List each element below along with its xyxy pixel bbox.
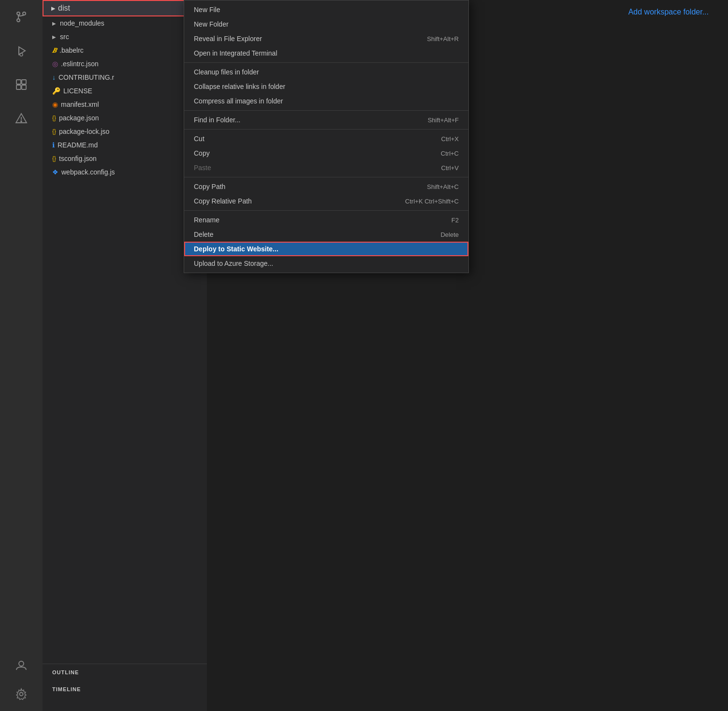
activity-bar-bottom (0, 653, 43, 706)
menu-item-collapse-links[interactable]: Collapse relative links in folder (184, 79, 468, 94)
svg-point-13 (19, 661, 24, 666)
menu-separator (184, 129, 468, 130)
menu-item-new-folder[interactable]: New Folder (184, 17, 468, 31)
timeline-section[interactable]: TIMELINE (43, 681, 207, 696)
file-name: src (60, 33, 69, 41)
file-item-tsconfig[interactable]: {} tsconfig.json (43, 152, 207, 165)
menu-item-delete[interactable]: Delete Delete (184, 227, 468, 242)
account-icon[interactable] (9, 653, 33, 677)
menu-item-deploy-static[interactable]: Deploy to Static Website... (184, 242, 468, 256)
timeline-label: TIMELINE (52, 686, 81, 692)
file-item-webpack[interactable]: ❖ webpack.config.js (43, 165, 207, 179)
file-item-manifest[interactable]: ◉ manifest.xml (43, 98, 207, 111)
menu-label: Collapse relative links in folder (194, 83, 285, 90)
menu-shortcut: Shift+Alt+F (428, 116, 459, 124)
menu-item-reveal-explorer[interactable]: Reveal in File Explorer Shift+Alt+R (184, 31, 468, 46)
svg-rect-7 (22, 80, 26, 84)
file-name: README.md (58, 141, 98, 149)
menu-item-open-terminal[interactable]: Open in Integrated Terminal (184, 46, 468, 60)
menu-label: Find in Folder... (194, 116, 241, 124)
menu-item-find-in-folder[interactable]: Find in Folder... Shift+Alt+F (184, 113, 468, 127)
menu-item-cut[interactable]: Cut Ctrl+X (184, 131, 468, 146)
menu-item-compress-images[interactable]: Compress all images in folder (184, 94, 468, 108)
menu-item-cleanup-files[interactable]: Cleanup files in folder (184, 65, 468, 79)
file-name: package-lock.jso (59, 128, 109, 135)
menu-label: Cut (194, 135, 204, 143)
menu-label: Rename (194, 216, 219, 224)
menu-item-rename[interactable]: Rename F2 (184, 213, 468, 227)
menu-separator (184, 62, 468, 63)
menu-item-upload-azure[interactable]: Upload to Azure Storage... (184, 256, 468, 271)
menu-shortcut: Ctrl+X (441, 135, 459, 143)
svg-rect-9 (22, 85, 26, 89)
package-lock-icon: {} (52, 128, 56, 135)
file-name: CONTRIBUTING.r (58, 73, 114, 81)
contributing-icon: ↓ (52, 73, 56, 81)
menu-item-paste: Paste Ctrl+V (184, 160, 468, 175)
file-item-package[interactable]: {} package.json (43, 111, 207, 125)
menu-separator (184, 110, 468, 111)
menu-label: Upload to Azure Storage... (194, 260, 273, 267)
menu-shortcut: Shift+Alt+C (427, 183, 459, 190)
menu-item-new-file[interactable]: New File (184, 2, 468, 17)
menu-shortcut: Delete (440, 231, 459, 238)
svg-point-1 (23, 12, 26, 15)
file-name: manifest.xml (61, 101, 99, 108)
chevron-right-icon: ▶ (51, 5, 55, 12)
file-name: .eslintrc.json (61, 60, 99, 68)
menu-separator (184, 177, 468, 177)
file-item-src[interactable]: ▶ src (43, 30, 207, 44)
file-item-babelrc[interactable]: 𝑩 .babelrc (43, 44, 207, 57)
menu-shortcut: F2 (451, 217, 459, 224)
menu-label: Copy Relative Path (194, 197, 252, 205)
file-item-package-lock[interactable]: {} package-lock.jso (43, 125, 207, 138)
menu-label: Deploy to Static Website... (194, 245, 278, 253)
menu-label: Copy Path (194, 183, 225, 190)
file-item-contributing[interactable]: ↓ CONTRIBUTING.r (43, 71, 207, 84)
warning-icon[interactable] (9, 106, 33, 131)
menu-label: New Folder (194, 20, 229, 28)
outline-label: OUTLINE (52, 669, 79, 675)
settings-icon[interactable] (9, 682, 33, 706)
file-item-node-modules[interactable]: ▶ node_modules (43, 16, 207, 30)
outline-section[interactable]: OUTLINE (43, 664, 207, 680)
menu-item-copy-path[interactable]: Copy Path Shift+Alt+C (184, 179, 468, 194)
file-name: LICENSE (63, 87, 92, 95)
extensions-icon[interactable] (9, 73, 33, 97)
menu-shortcut: Ctrl+K Ctrl+Shift+C (405, 198, 459, 205)
add-workspace-folder-link[interactable]: Add workspace folder... (628, 8, 709, 16)
menu-item-copy-relative-path[interactable]: Copy Relative Path Ctrl+K Ctrl+Shift+C (184, 194, 468, 208)
source-control-icon[interactable] (9, 5, 33, 29)
menu-shortcut: Ctrl+V (441, 164, 459, 172)
manifest-icon: ◉ (52, 101, 58, 108)
menu-label: Delete (194, 231, 213, 238)
file-item-license[interactable]: 🔑 LICENSE (43, 84, 207, 98)
file-item-eslintrc[interactable]: ◎ .eslintrc.json (43, 57, 207, 71)
menu-separator (184, 210, 468, 211)
svg-rect-6 (16, 80, 21, 84)
menu-shortcut: Ctrl+C (441, 150, 459, 157)
chevron-right-icon: ▶ (52, 34, 56, 40)
file-item-readme[interactable]: ℹ README.md (43, 138, 207, 152)
menu-label: Open in Integrated Terminal (194, 49, 277, 57)
chevron-right-icon: ▶ (52, 21, 56, 26)
svg-point-0 (17, 12, 20, 15)
context-menu: New File New Folder Reveal in File Explo… (184, 0, 469, 273)
menu-shortcut: Shift+Alt+R (427, 35, 459, 43)
license-icon: 🔑 (52, 87, 60, 95)
menu-label: Compress all images in folder (194, 97, 283, 105)
menu-item-copy[interactable]: Copy Ctrl+C (184, 146, 468, 160)
menu-label: Cleanup files in folder (194, 68, 259, 76)
file-name-dist: dist (58, 4, 70, 13)
run-debug-icon[interactable] (9, 39, 33, 63)
file-name: tsconfig.json (59, 155, 97, 162)
svg-point-14 (20, 693, 23, 696)
menu-label: Copy (194, 149, 210, 157)
file-name: package.json (59, 114, 99, 122)
menu-label: New File (194, 6, 220, 14)
file-item-dist[interactable]: ▶ dist (43, 0, 207, 16)
file-name: .babelrc (59, 46, 84, 54)
file-name: webpack.config.js (61, 168, 115, 176)
file-explorer: ▶ dist ▶ node_modules ▶ src 𝑩 .babelrc ◎… (43, 0, 207, 711)
svg-point-2 (17, 19, 20, 22)
